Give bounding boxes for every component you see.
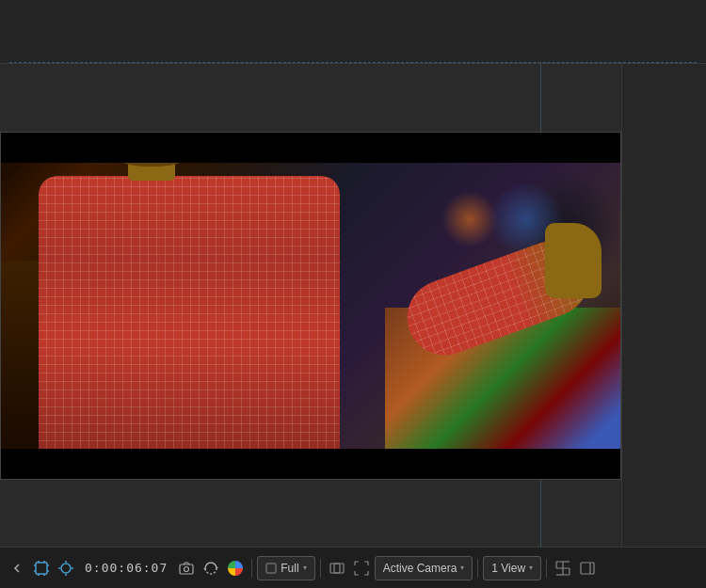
scene-image bbox=[1, 163, 620, 449]
svg-marker-17 bbox=[203, 568, 206, 571]
character-body bbox=[39, 176, 340, 449]
svg-rect-20 bbox=[334, 564, 344, 573]
fullscreen-button[interactable] bbox=[350, 555, 373, 581]
svg-point-15 bbox=[185, 566, 189, 571]
svg-marker-16 bbox=[216, 565, 218, 568]
viewport[interactable] bbox=[0, 132, 621, 480]
character-hand bbox=[545, 223, 602, 298]
frame-icon bbox=[34, 561, 49, 576]
pivot-button[interactable] bbox=[55, 555, 77, 581]
chevron-left-icon bbox=[9, 561, 24, 576]
divider-3 bbox=[477, 559, 478, 578]
layout-view-label: 1 View bbox=[491, 562, 525, 575]
swap-icon bbox=[555, 561, 570, 576]
svg-rect-22 bbox=[563, 568, 570, 575]
crosshair-icon bbox=[58, 561, 73, 576]
window-swap-button[interactable] bbox=[552, 555, 574, 581]
overlay-icon bbox=[329, 561, 345, 576]
view-resolution-label: Full bbox=[281, 562, 298, 575]
top-bar bbox=[0, 0, 706, 64]
fullscreen-icon bbox=[354, 561, 369, 576]
svg-rect-25 bbox=[581, 563, 594, 574]
svg-point-9 bbox=[61, 564, 71, 573]
sync-icon bbox=[203, 561, 218, 576]
main-area bbox=[0, 64, 706, 547]
view-icon bbox=[265, 563, 277, 574]
divider-4 bbox=[546, 559, 547, 578]
svg-rect-21 bbox=[556, 562, 563, 568]
color-dots-button[interactable] bbox=[224, 555, 247, 581]
sidebar-toggle-button[interactable] bbox=[6, 555, 28, 581]
sync-button[interactable] bbox=[200, 555, 222, 581]
right-panel-toggle-button[interactable] bbox=[576, 555, 599, 581]
top-bar-inner bbox=[9, 0, 697, 63]
panel-icon bbox=[580, 561, 595, 576]
right-panel bbox=[621, 64, 706, 547]
view-resolution-arrow: ▾ bbox=[303, 564, 307, 572]
svg-rect-0 bbox=[36, 563, 47, 574]
google-dots-icon bbox=[228, 561, 243, 576]
shirt-pattern bbox=[39, 176, 340, 449]
bottom-toolbar: 0:00:06:07 Full ▾ bbox=[0, 547, 706, 588]
cinematic-bar-top bbox=[1, 133, 620, 163]
svg-rect-14 bbox=[180, 564, 193, 574]
camera-view-label: Active Camera bbox=[383, 562, 457, 575]
view-resolution-dropdown[interactable]: Full ▾ bbox=[257, 556, 314, 580]
camera-view-dropdown[interactable]: Active Camera ▾ bbox=[375, 556, 473, 580]
character-face bbox=[86, 163, 217, 167]
layout-view-dropdown[interactable]: 1 View ▾ bbox=[483, 556, 541, 580]
svg-rect-18 bbox=[266, 564, 276, 573]
svg-rect-19 bbox=[330, 564, 340, 573]
main-content-area bbox=[0, 64, 706, 547]
layout-view-arrow: ▾ bbox=[529, 564, 533, 572]
character-head bbox=[86, 163, 217, 167]
camera-button[interactable] bbox=[175, 555, 198, 581]
timecode-display[interactable]: 0:00:06:07 bbox=[79, 561, 173, 575]
cinematic-bar-bottom bbox=[1, 449, 620, 479]
divider-2 bbox=[320, 559, 321, 578]
frame-button[interactable] bbox=[30, 555, 53, 581]
viewport-wrapper bbox=[0, 64, 621, 547]
camera-view-arrow: ▾ bbox=[460, 564, 464, 572]
overlay-toggle-button[interactable] bbox=[326, 555, 348, 581]
camera-icon bbox=[179, 561, 194, 576]
divider-1 bbox=[251, 559, 252, 578]
